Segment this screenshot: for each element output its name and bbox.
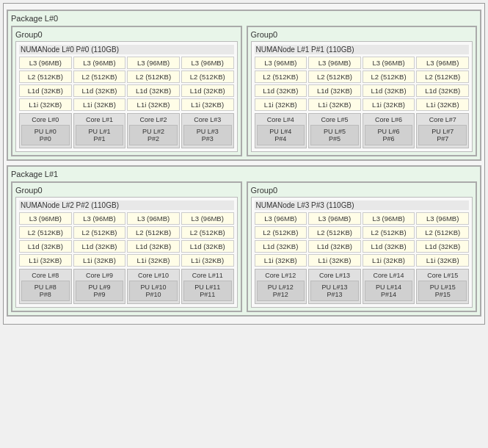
cache-row-0-0-2: L1d (32KB)L1d (32KB)L1d (32KB)L1d (32KB) — [19, 84, 234, 97]
pu-cell-0-0-2: PU L#2 P#2 — [129, 125, 178, 145]
cores-row-0-1: Core L#4PU L#4 P#4Core L#5PU L#5 P#5Core… — [255, 113, 470, 148]
core-title-0-0-1: Core L#1 — [76, 116, 124, 123]
core-title-1-1-3: Core L#15 — [418, 272, 467, 279]
cache-row-1-0-2: L1d (32KB)L1d (32KB)L1d (32KB)L1d (32KB) — [19, 240, 234, 253]
core-title-1-0-3: Core L#11 — [183, 272, 232, 279]
cache-cell-0-0-2-0: L1d (32KB) — [19, 84, 72, 97]
cache-cell-1-1-1-2: L2 (512KB) — [363, 226, 415, 239]
cache-cell-1-1-3-1: L1i (32KB) — [308, 254, 361, 267]
cache-cell-1-1-3-3: L1i (32KB) — [416, 254, 469, 267]
pu-cell-0-0-3: PU L#3 P#3 — [183, 125, 232, 145]
group-title-0-1: Group0 — [251, 30, 473, 39]
group-title-1-1: Group0 — [251, 186, 473, 195]
cache-cell-0-1-0-1: L3 (96MB) — [308, 57, 361, 69]
cache-cell-0-0-3-2: L1i (32KB) — [127, 98, 180, 111]
cache-cell-1-0-2-0: L1d (32KB) — [19, 240, 72, 253]
cache-cell-1-1-0-0: L3 (96MB) — [255, 212, 307, 225]
pu-cell-1-0-0: PU L#8 P#8 — [21, 281, 70, 301]
cache-row-1-1-1: L2 (512KB)L2 (512KB)L2 (512KB)L2 (512KB) — [255, 226, 470, 239]
group-title-1-0: Group0 — [15, 186, 238, 195]
core-title-1-1-2: Core L#14 — [365, 272, 413, 279]
core-title-1-1-0: Core L#12 — [257, 272, 305, 279]
cache-cell-0-1-2-3: L1d (32KB) — [416, 84, 469, 97]
cache-cell-1-0-0-2: L3 (96MB) — [127, 212, 180, 225]
pu-cell-1-1-0: PU L#12 P#12 — [257, 281, 305, 301]
pu-cell-1-0-2: PU L#10 P#10 — [129, 281, 178, 301]
cache-cell-1-1-0-2: L3 (96MB) — [363, 212, 415, 225]
cache-row-0-0-0: L3 (96MB)L3 (96MB)L3 (96MB)L3 (96MB) — [19, 57, 234, 69]
cache-cell-0-1-0-0: L3 (96MB) — [255, 57, 307, 69]
cache-cell-1-1-2-0: L1d (32KB) — [255, 240, 307, 253]
group-0-1: Group0NUMANode L#1 P#1 (110GB)L3 (96MB)L… — [247, 26, 478, 156]
core-block-1-0-0: Core L#8PU L#8 P#8 — [19, 269, 72, 304]
cache-row-1-0-0: L3 (96MB)L3 (96MB)L3 (96MB)L3 (96MB) — [19, 212, 234, 225]
cache-cell-0-0-2-3: L1d (32KB) — [181, 84, 234, 97]
core-block-1-0-1: Core L#9PU L#9 P#9 — [73, 269, 126, 304]
cache-cell-0-0-1-2: L2 (512KB) — [127, 71, 180, 83]
cache-row-0-1-3: L1i (32KB)L1i (32KB)L1i (32KB)L1i (32KB) — [255, 98, 470, 111]
core-block-0-1-3: Core L#7PU L#7 P#7 — [416, 113, 469, 148]
cache-cell-0-0-0-0: L3 (96MB) — [19, 57, 72, 69]
core-title-0-0-3: Core L#3 — [183, 116, 232, 123]
cache-cell-0-1-2-1: L1d (32KB) — [308, 84, 361, 97]
numa-node-0-1: NUMANode L#1 P#1 (110GB)L3 (96MB)L3 (96M… — [251, 41, 473, 152]
machine-container: Package L#0Group0NUMANode L#0 P#0 (110GB… — [3, 3, 485, 325]
cache-cell-1-0-1-2: L2 (512KB) — [127, 226, 180, 239]
group-1-0: Group0NUMANode L#2 P#2 (110GB)L3 (96MB)L… — [11, 181, 242, 312]
pu-cell-0-0-0: PU L#0 P#0 — [21, 125, 70, 145]
pu-cell-0-1-3: PU L#7 P#7 — [418, 125, 467, 145]
core-block-1-1-2: Core L#14PU L#14 P#14 — [363, 269, 415, 304]
cache-cell-0-0-0-2: L3 (96MB) — [127, 57, 180, 69]
cache-row-1-1-3: L1i (32KB)L1i (32KB)L1i (32KB)L1i (32KB) — [255, 254, 470, 267]
cache-cell-1-0-3-3: L1i (32KB) — [181, 254, 234, 267]
cache-cell-1-0-1-3: L2 (512KB) — [181, 226, 234, 239]
pu-cell-1-1-3: PU L#15 P#15 — [418, 281, 467, 301]
package-1: Package L#1Group0NUMANode L#2 P#2 (110GB… — [7, 165, 481, 317]
core-block-0-1-1: Core L#5PU L#5 P#5 — [308, 113, 361, 148]
cache-cell-0-0-0-1: L3 (96MB) — [73, 57, 126, 69]
group-1-1: Group0NUMANode L#3 P#3 (110GB)L3 (96MB)L… — [247, 181, 478, 312]
cache-cell-0-0-0-3: L3 (96MB) — [181, 57, 234, 69]
package-0: Package L#0Group0NUMANode L#0 P#0 (110GB… — [7, 10, 481, 161]
cache-cell-0-1-1-1: L2 (512KB) — [308, 71, 361, 83]
pu-cell-1-1-2: PU L#14 P#14 — [365, 281, 413, 301]
cache-cell-0-0-2-2: L1d (32KB) — [127, 84, 180, 97]
numa-title-0-1: NUMANode L#1 P#1 (110GB) — [255, 45, 470, 54]
core-title-0-1-1: Core L#5 — [310, 116, 359, 123]
cache-row-0-1-1: L2 (512KB)L2 (512KB)L2 (512KB)L2 (512KB) — [255, 71, 470, 83]
package-title-0: Package L#0 — [11, 14, 477, 23]
cache-cell-1-1-0-1: L3 (96MB) — [308, 212, 361, 225]
cache-cell-1-1-2-3: L1d (32KB) — [416, 240, 469, 253]
numa-title-1-1: NUMANode L#3 P#3 (110GB) — [255, 200, 470, 210]
cache-row-0-1-0: L3 (96MB)L3 (96MB)L3 (96MB)L3 (96MB) — [255, 57, 470, 69]
cache-cell-1-0-2-3: L1d (32KB) — [181, 240, 234, 253]
core-block-0-1-0: Core L#4PU L#4 P#4 — [255, 113, 307, 148]
core-block-0-0-3: Core L#3PU L#3 P#3 — [181, 113, 234, 148]
core-title-1-0-2: Core L#10 — [129, 272, 178, 279]
cache-cell-0-1-1-0: L2 (512KB) — [255, 71, 307, 83]
cache-cell-0-0-3-3: L1i (32KB) — [181, 98, 234, 111]
cache-row-1-1-0: L3 (96MB)L3 (96MB)L3 (96MB)L3 (96MB) — [255, 212, 470, 225]
cache-cell-0-1-3-0: L1i (32KB) — [255, 98, 307, 111]
pu-cell-0-0-1: PU L#1 P#1 — [76, 125, 124, 145]
cache-cell-1-1-3-0: L1i (32KB) — [255, 254, 307, 267]
cache-cell-0-0-1-3: L2 (512KB) — [181, 71, 234, 83]
cache-cell-1-0-0-3: L3 (96MB) — [181, 212, 234, 225]
numa-title-0-0: NUMANode L#0 P#0 (110GB) — [19, 45, 234, 54]
cache-cell-1-0-1-1: L2 (512KB) — [73, 226, 126, 239]
cache-row-1-0-3: L1i (32KB)L1i (32KB)L1i (32KB)L1i (32KB) — [19, 254, 234, 267]
package-title-1: Package L#1 — [11, 170, 477, 178]
numa-title-1-0: NUMANode L#2 P#2 (110GB) — [19, 200, 234, 210]
cache-row-1-1-2: L1d (32KB)L1d (32KB)L1d (32KB)L1d (32KB) — [255, 240, 470, 253]
numa-node-1-0: NUMANode L#2 P#2 (110GB)L3 (96MB)L3 (96M… — [15, 197, 238, 308]
cache-cell-0-1-3-1: L1i (32KB) — [308, 98, 361, 111]
cache-cell-0-1-1-2: L2 (512KB) — [363, 71, 415, 83]
cores-row-0-0: Core L#0PU L#0 P#0Core L#1PU L#1 P#1Core… — [19, 113, 234, 148]
core-title-0-1-3: Core L#7 — [418, 116, 467, 123]
cache-cell-1-0-2-2: L1d (32KB) — [127, 240, 180, 253]
cache-cell-1-0-3-1: L1i (32KB) — [73, 254, 126, 267]
cache-cell-1-1-0-3: L3 (96MB) — [416, 212, 469, 225]
core-block-1-1-1: Core L#13PU L#13 P#13 — [308, 269, 361, 304]
cache-row-0-0-1: L2 (512KB)L2 (512KB)L2 (512KB)L2 (512KB) — [19, 71, 234, 83]
cache-cell-0-1-2-2: L1d (32KB) — [363, 84, 415, 97]
